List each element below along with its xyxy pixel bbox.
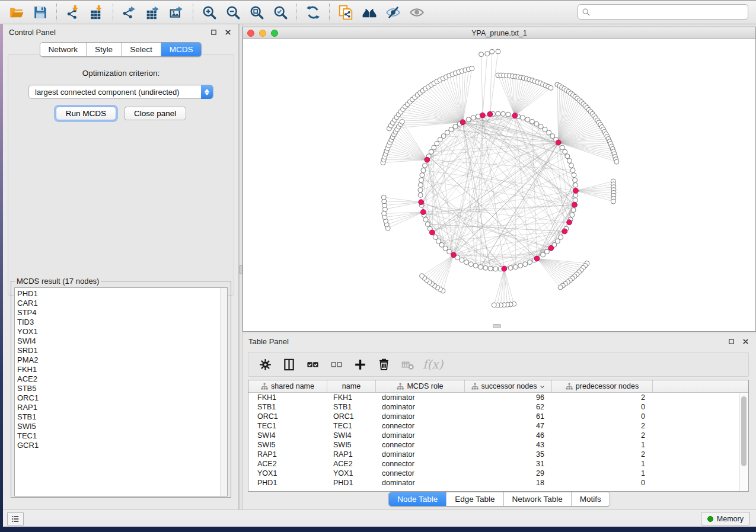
satellite-node[interactable] bbox=[611, 199, 615, 204]
column-header-name[interactable]: name bbox=[327, 380, 376, 392]
mcds-hub-node[interactable] bbox=[425, 157, 430, 162]
select-all-button[interactable] bbox=[302, 354, 323, 374]
ring-node[interactable] bbox=[441, 134, 446, 139]
ring-node[interactable] bbox=[471, 116, 476, 120]
ring-node[interactable] bbox=[447, 249, 452, 254]
table-row[interactable]: ACE2ACE2connector311 bbox=[248, 459, 748, 469]
column-header-shared-name[interactable]: shared name bbox=[248, 380, 327, 392]
table-row[interactable]: TEC1TEC1connector472 bbox=[248, 421, 748, 431]
satellite-node[interactable] bbox=[614, 159, 619, 164]
mcds-hub-node[interactable] bbox=[420, 210, 426, 215]
tab-network-table[interactable]: Network Table bbox=[504, 492, 572, 506]
search-binoculars-button[interactable] bbox=[358, 2, 381, 23]
import-table-button[interactable] bbox=[85, 2, 109, 23]
ring-node[interactable] bbox=[559, 235, 563, 239]
satellite-node[interactable] bbox=[381, 195, 386, 200]
ring-node[interactable] bbox=[423, 217, 428, 222]
mcds-result-item[interactable]: ORC1 bbox=[17, 393, 227, 403]
table-row[interactable]: SWI5SWI5connector431 bbox=[248, 440, 748, 450]
ring-node[interactable] bbox=[443, 246, 448, 251]
ring-node[interactable] bbox=[425, 222, 430, 226]
ring-node[interactable] bbox=[438, 137, 442, 142]
satellite-node[interactable] bbox=[558, 285, 563, 290]
split-columns-button[interactable] bbox=[278, 354, 299, 374]
ring-node[interactable] bbox=[541, 252, 546, 257]
mcds-hub-node[interactable] bbox=[502, 266, 507, 271]
search-input[interactable] bbox=[593, 8, 744, 17]
ring-node[interactable] bbox=[521, 116, 525, 120]
import-network-button[interactable] bbox=[61, 2, 85, 23]
close-panel-button[interactable]: Close panel bbox=[124, 107, 186, 120]
ring-node[interactable] bbox=[500, 111, 505, 116]
ring-node[interactable] bbox=[464, 260, 468, 265]
ring-node[interactable] bbox=[523, 262, 528, 267]
satellite-node[interactable] bbox=[479, 52, 484, 57]
satellite-node[interactable] bbox=[382, 211, 387, 216]
satellite-node[interactable] bbox=[420, 274, 425, 278]
ring-node[interactable] bbox=[513, 265, 518, 270]
ring-node[interactable] bbox=[436, 239, 441, 243]
mcds-hub-node[interactable] bbox=[480, 113, 485, 118]
zoom-fit-button[interactable] bbox=[245, 2, 269, 23]
tab-motifs[interactable]: Motifs bbox=[572, 492, 610, 506]
satellite-node[interactable] bbox=[492, 303, 496, 307]
satellite-node[interactable] bbox=[470, 66, 474, 71]
ring-node[interactable] bbox=[418, 182, 423, 187]
table-scrollbar[interactable] bbox=[739, 393, 748, 491]
ring-node[interactable] bbox=[460, 258, 464, 262]
mcds-hub-node[interactable] bbox=[512, 113, 518, 118]
ring-node[interactable] bbox=[560, 145, 564, 150]
table-row[interactable]: RAP1RAP1dominator352 bbox=[248, 450, 748, 459]
tab-style[interactable]: Style bbox=[87, 43, 122, 56]
mcds-result-item[interactable]: FKH1 bbox=[17, 365, 227, 374]
ring-node[interactable] bbox=[439, 242, 444, 247]
show-details-eye-button[interactable] bbox=[405, 2, 429, 23]
mcds-hub-node[interactable] bbox=[562, 229, 567, 234]
ring-node[interactable] bbox=[429, 149, 433, 154]
mcds-hub-node[interactable] bbox=[419, 200, 424, 205]
mcds-result-item[interactable]: RAP1 bbox=[17, 403, 227, 412]
ring-node[interactable] bbox=[419, 178, 423, 182]
ring-node[interactable] bbox=[573, 178, 578, 182]
zoom-in-button[interactable] bbox=[197, 2, 221, 23]
ring-node[interactable] bbox=[556, 239, 560, 243]
column-header-MCDS-role[interactable]: MCDS role bbox=[376, 380, 465, 392]
ring-node[interactable] bbox=[538, 124, 543, 129]
mcds-result-item[interactable]: STP4 bbox=[17, 308, 227, 318]
zoom-selected-button[interactable] bbox=[269, 2, 292, 23]
satellite-node[interactable] bbox=[496, 49, 500, 54]
ring-node[interactable] bbox=[567, 158, 572, 163]
ring-node[interactable] bbox=[418, 188, 423, 193]
table-scrollbar-thumb[interactable] bbox=[741, 396, 747, 466]
float-panel-icon[interactable] bbox=[209, 27, 218, 37]
table-row[interactable]: SWI4SWI4dominator462 bbox=[248, 431, 748, 440]
open-folder-button[interactable] bbox=[5, 2, 28, 23]
ring-node[interactable] bbox=[569, 163, 573, 168]
ring-node[interactable] bbox=[445, 130, 449, 135]
mcds-hub-node[interactable] bbox=[573, 188, 579, 193]
ring-node[interactable] bbox=[433, 235, 438, 239]
ring-node[interactable] bbox=[547, 130, 551, 135]
ring-node[interactable] bbox=[453, 124, 458, 129]
ring-node[interactable] bbox=[508, 265, 513, 270]
ring-node[interactable] bbox=[544, 249, 549, 254]
add-column-button[interactable] bbox=[349, 354, 371, 374]
tab-edge-table[interactable]: Edge Table bbox=[446, 492, 503, 506]
mcds-result-item[interactable]: SWI4 bbox=[17, 336, 227, 346]
gear-button[interactable] bbox=[254, 354, 276, 374]
tab-select[interactable]: Select bbox=[122, 43, 161, 56]
satellite-node[interactable] bbox=[400, 119, 404, 124]
ring-node[interactable] bbox=[571, 208, 576, 213]
mcds-hub-node[interactable] bbox=[460, 120, 465, 125]
column-header-predecessor-nodes[interactable]: predecessor nodes bbox=[552, 380, 653, 392]
ring-node[interactable] bbox=[543, 127, 547, 132]
hide-details-eye-button[interactable] bbox=[381, 2, 405, 23]
export-network-button[interactable] bbox=[117, 2, 141, 23]
horizontal-splitter-grip[interactable] bbox=[493, 324, 501, 328]
ring-node[interactable] bbox=[525, 117, 530, 122]
refresh-layout-button[interactable] bbox=[301, 2, 325, 23]
ring-node[interactable] bbox=[483, 265, 488, 270]
mcds-list-scrollbar[interactable] bbox=[220, 288, 227, 496]
satellite-node[interactable] bbox=[548, 85, 553, 90]
mcds-hub-node[interactable] bbox=[567, 220, 572, 225]
